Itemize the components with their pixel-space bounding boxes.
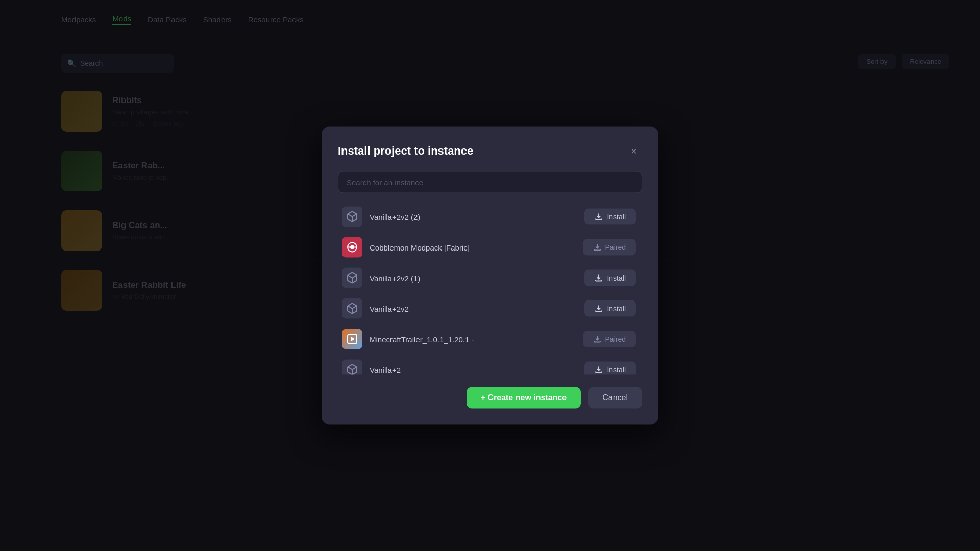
instance-row: MinecraftTrailer_1.0.1_1.20.1 - Paired (338, 324, 640, 355)
modal-footer: + Create new instance Cancel (338, 387, 642, 409)
install-label: Install (607, 213, 626, 221)
install-button[interactable]: Install (584, 362, 636, 375)
install-label: Install (607, 366, 626, 374)
install-button[interactable]: Install (584, 300, 636, 317)
close-button[interactable]: × (626, 143, 642, 159)
instance-row: Vanilla+2 Install (338, 355, 640, 375)
install-label: Install (607, 274, 626, 282)
paired-label: Paired (605, 243, 626, 252)
instance-name: Vanilla+2 (370, 365, 577, 374)
install-modal: Install project to instance × Vanilla+2v… (322, 127, 658, 425)
paired-label: Paired (605, 335, 626, 343)
instance-row: Vanilla+2v2 (1) Install (338, 263, 640, 293)
instance-list: Vanilla+2v2 (2) Install Cobblemon Modpac… (338, 202, 642, 375)
instance-icon-cube (342, 360, 362, 375)
instance-row: Cobblemon Modpack [Fabric] Paired (338, 232, 640, 263)
instance-name: Cobblemon Modpack [Fabric] (370, 243, 576, 252)
instance-name: MinecraftTrailer_1.0.1_1.20.1 - (370, 335, 576, 343)
create-new-instance-button[interactable]: + Create new instance (467, 387, 581, 409)
instance-name: Vanilla+2v2 (370, 304, 577, 313)
svg-marker-7 (351, 337, 355, 342)
install-button[interactable]: Install (584, 209, 636, 225)
instance-search-input[interactable] (338, 171, 642, 193)
instance-icon-cube (342, 207, 362, 227)
instance-icon-trailer (342, 329, 362, 349)
cancel-button[interactable]: Cancel (588, 387, 642, 409)
install-button[interactable]: Install (584, 270, 636, 286)
modal-header: Install project to instance × (338, 143, 642, 159)
instance-name: Vanilla+2v2 (2) (370, 212, 577, 221)
svg-point-3 (351, 246, 354, 249)
paired-button: Paired (583, 239, 636, 256)
instance-row: Vanilla+2v2 (2) Install (338, 202, 640, 232)
instance-icon-cube (342, 298, 362, 319)
instance-row: Vanilla+2v2 Install (338, 293, 640, 324)
instance-icon-cobblemon (342, 237, 362, 258)
instance-icon-cube (342, 268, 362, 288)
modal-title: Install project to instance (338, 144, 473, 158)
install-label: Install (607, 305, 626, 313)
instance-name: Vanilla+2v2 (1) (370, 273, 577, 282)
paired-button: Paired (583, 331, 636, 347)
